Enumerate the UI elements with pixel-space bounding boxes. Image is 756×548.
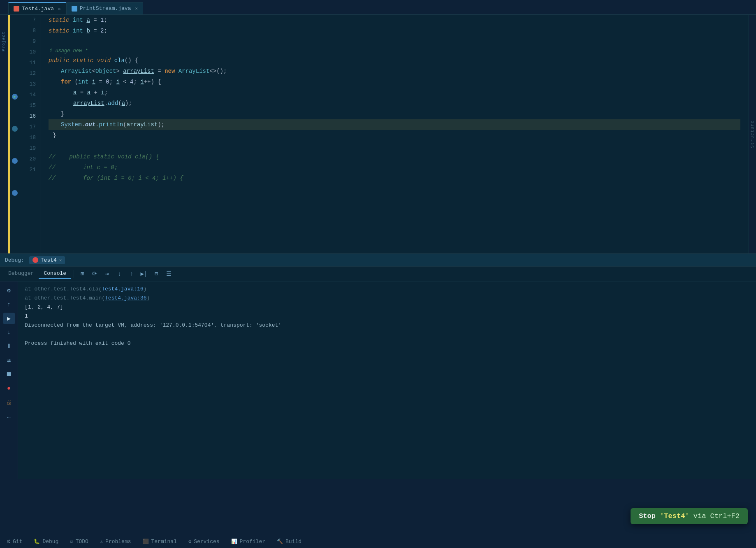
code-line-14: arrayList.add(a); <box>49 98 740 109</box>
tooltip-name: 'Test4' <box>660 512 689 520</box>
structure-label: Structure <box>750 118 755 150</box>
code-line-10: public static void cla() { <box>49 55 740 66</box>
code-line-12: for (int i = 0; i < 4; i++) { <box>49 77 740 87</box>
console-line-1: at other.test.Test4.cla(Test4.java:16) <box>25 285 749 294</box>
sidebar-stop-icon[interactable]: ⏹ <box>3 369 15 380</box>
status-terminal-label: Terminal <box>151 539 177 545</box>
code-line-16: System.out.println(arrayList); <box>49 119 740 130</box>
tab-close-test4[interactable]: ✕ <box>58 6 61 12</box>
sidebar-settings-icon[interactable]: ⚙ <box>3 285 15 296</box>
breakpoint-line17[interactable] <box>12 190 18 196</box>
console-line-5: Disconnected from the target VM, address… <box>25 321 749 330</box>
status-build[interactable]: 🔨 Build <box>274 538 304 546</box>
status-todo[interactable]: ☑ TODO <box>67 538 90 546</box>
console-tab[interactable]: Console <box>39 269 71 279</box>
console-area: at other.test.Test4.cla(Test4.java:16) a… <box>18 281 756 479</box>
line-num-15: 15 <box>20 100 36 111</box>
status-git-label: Git <box>13 539 22 545</box>
stop-tooltip[interactable]: Stop 'Test4' via Ctrl+F2 <box>631 508 748 524</box>
debug-session-close[interactable]: ✕ <box>59 258 62 263</box>
settings-btn[interactable]: ⊞ <box>77 268 88 280</box>
step-into-btn[interactable]: ↓ <box>114 268 125 280</box>
step-over-btn[interactable]: ⇥ <box>101 268 113 280</box>
code-line-11: ArrayList<Object> arrayList = new ArrayL… <box>49 66 740 77</box>
tab-icon-stream <box>72 6 77 12</box>
debug-session-tab[interactable]: Test4 ✕ <box>29 256 65 264</box>
debug-label: Debug: <box>5 257 24 263</box>
status-profiler[interactable]: 📊 Profiler <box>229 538 268 546</box>
debug-icon: 🐛 <box>34 539 40 545</box>
tab-label-test4: Test4.java <box>22 6 54 12</box>
console-line-6 <box>25 330 749 339</box>
status-problems-label: Problems <box>105 539 131 545</box>
line-numbers: 7 8 9 10 11 12 13 14 15 16 17 18 19 20 2… <box>20 15 40 253</box>
status-problems[interactable]: ⚠ Problems <box>97 538 134 546</box>
code-line-13: a = a + i; <box>49 87 740 98</box>
code-line-18 <box>49 141 740 151</box>
line-num-7: 7 <box>20 15 36 26</box>
status-services[interactable]: ⚙ Services <box>186 538 222 546</box>
status-terminal[interactable]: ⬛ Terminal <box>140 538 179 546</box>
tab-close-printstream[interactable]: ✕ <box>135 6 138 11</box>
line-num-18: 18 <box>20 132 36 143</box>
line-num-8: 8 <box>20 26 36 36</box>
step-out-btn[interactable]: ↑ <box>126 268 137 280</box>
usage-hint: 1 usage new * <box>49 47 740 55</box>
sidebar-wrap-icon[interactable]: ⇄ <box>3 355 15 366</box>
sidebar-print-icon[interactable]: 🖨 <box>3 397 15 408</box>
line-num-12: 12 <box>20 68 36 79</box>
console-line-3: [1, 2, 4, 7] <box>25 303 749 312</box>
services-icon: ⚙ <box>188 539 191 545</box>
breakpoint-line15[interactable] <box>12 158 18 164</box>
evaluate-btn[interactable]: ⊟ <box>151 268 162 280</box>
line-num-17: 17 <box>20 122 36 132</box>
console-line-4: 1 <box>25 312 749 321</box>
debug-toolbar: Debugger Console ⊞ ⟳ ⇥ ↓ ↑ ▶| ⊟ ☰ <box>0 267 756 281</box>
status-build-label: Build <box>285 539 301 545</box>
tooltip-suffix: via Ctrl+F2 <box>689 512 740 520</box>
status-services-label: Services <box>194 539 219 545</box>
run-cursor-btn[interactable]: ▶| <box>138 268 150 280</box>
code-line-9 <box>49 36 740 47</box>
status-todo-label: TODO <box>76 539 88 545</box>
debug-session-bar: Debug: Test4 ✕ <box>0 253 756 267</box>
debugger-tab[interactable]: Debugger <box>3 269 39 279</box>
git-icon: ⑆ <box>7 539 10 545</box>
sidebar-record-icon[interactable]: ● <box>3 383 15 394</box>
console-line-7: Process finished with exit code 0 <box>25 339 749 348</box>
line-num-19: 19 <box>20 143 36 154</box>
status-profiler-label: Profiler <box>240 539 265 545</box>
link-test4-16[interactable]: Test4.java:16 <box>102 285 143 294</box>
line-num-16: 16 <box>20 111 36 122</box>
sidebar-more-icon[interactable]: … <box>3 411 15 422</box>
tab-printstream[interactable]: PrintStream.java ✕ <box>66 2 143 14</box>
tab-bar: Test4.java ✕ PrintStream.java ✕ <box>0 0 756 15</box>
link-test4-36[interactable]: Test4.java:36 <box>105 294 146 303</box>
status-git[interactable]: ⑆ Git <box>5 538 25 546</box>
restore-btn[interactable]: ⟳ <box>89 268 100 280</box>
tab-label-printstream: PrintStream.java <box>80 5 131 12</box>
problems-icon: ⚠ <box>100 539 103 545</box>
toolbar-sep-1 <box>74 270 74 278</box>
sidebar-up-icon[interactable]: ↑ <box>3 299 15 310</box>
todo-icon: ☑ <box>70 539 73 545</box>
line-num-21: 21 <box>20 165 36 175</box>
left-gutter: Project <box>0 15 8 253</box>
breakpoint-line12[interactable] <box>12 126 18 132</box>
debug-red-icon <box>32 257 38 263</box>
code-line-17: } <box>49 130 740 141</box>
breakpoint-area <box>10 15 20 253</box>
line-num-14: 14 <box>20 90 36 100</box>
sidebar-pause-icon[interactable]: ⏸ <box>3 341 15 352</box>
mute-btn[interactable]: ☰ <box>163 268 174 280</box>
breakpoint-line10[interactable] <box>12 94 18 100</box>
code-line-21: // for (int i = 0; i < 4; i++) { <box>49 173 740 183</box>
tab-test4[interactable]: Test4.java ✕ <box>8 2 66 14</box>
profiler-icon: 📊 <box>231 539 237 545</box>
sidebar-down-icon[interactable]: ↓ <box>3 327 15 338</box>
status-debug[interactable]: 🐛 Debug <box>31 538 61 546</box>
sidebar-play-icon[interactable]: ▶ <box>3 313 15 324</box>
code-area[interactable]: static int a = 1; static int b = 2; 1 us… <box>40 15 749 253</box>
editor-area: Project 7 8 9 10 11 12 13 14 15 16 17 18… <box>0 15 756 253</box>
line-num-11: 11 <box>20 58 36 68</box>
